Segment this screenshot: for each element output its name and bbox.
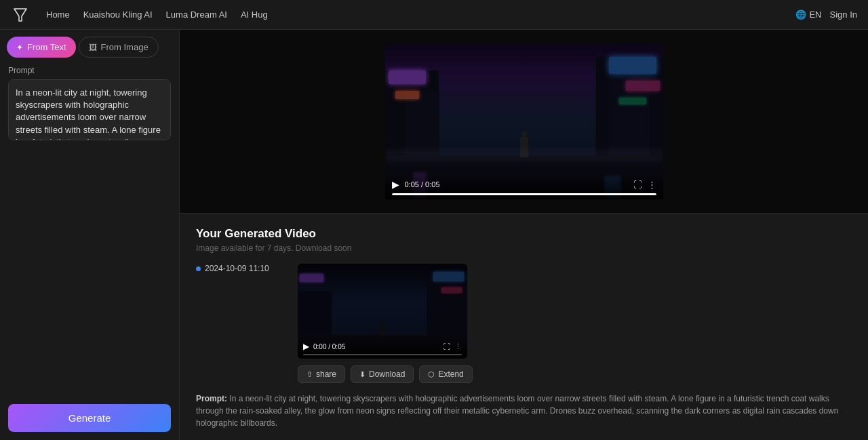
prompt-prefix: Prompt: — [196, 394, 227, 403]
video-preview-area: ▶ 0:05 / 0:05 ⛶ ⋮ — [180, 30, 868, 213]
share-label: share — [316, 369, 336, 379]
generated-video-container: ▶ 0:00 / 0:05 ⛶ ⋮ — [298, 264, 467, 359]
main-progress-fill — [392, 193, 656, 195]
prompt-display: Prompt: In a neon-lit city at night, tow… — [196, 393, 852, 429]
main-video-controls: ▶ 0:05 / 0:05 ⛶ ⋮ — [385, 174, 663, 199]
prompt-label: Prompt — [0, 58, 179, 79]
download-button[interactable]: ⬇ Download — [351, 365, 414, 383]
tab-row: ✦ From Text 🖼 From Image — [0, 30, 179, 58]
main-nav: Home Kuaishou Kling AI Luma Dream AI AI … — [46, 9, 268, 20]
globe-icon: 🌐 — [795, 9, 806, 20]
generate-button[interactable]: Generate — [8, 404, 171, 432]
gen-play-button[interactable]: ▶ — [303, 342, 309, 351]
nav-ai-hug[interactable]: AI Hug — [241, 9, 268, 20]
extend-icon: ⬡ — [428, 370, 435, 379]
image-icon: 🖼 — [89, 43, 97, 52]
lang-label: EN — [809, 9, 821, 20]
main-video-container: ▶ 0:05 / 0:05 ⛶ ⋮ — [385, 43, 663, 199]
generated-video-wrap: ▶ 0:00 / 0:05 ⛶ ⋮ — [298, 264, 474, 383]
share-button[interactable]: ⇧ share — [298, 365, 345, 383]
generation-meta: 2024-10-09 11:10 — [196, 264, 284, 273]
generated-section: Your Generated Video Image available for… — [180, 213, 868, 440]
left-panel: ✦ From Text 🖼 From Image Prompt In a neo… — [0, 30, 180, 440]
gen-fullscreen-icon[interactable]: ⛶ — [443, 342, 450, 351]
extend-label: Extend — [438, 369, 463, 379]
generated-content: 2024-10-09 11:10 — [196, 264, 852, 383]
main-progress-bar[interactable] — [392, 193, 656, 195]
share-icon: ⇧ — [307, 370, 313, 379]
gen-more-icon[interactable]: ⋮ — [454, 342, 462, 351]
download-icon: ⬇ — [359, 370, 366, 379]
fullscreen-icon[interactable]: ⛶ — [633, 180, 642, 190]
logo — [11, 5, 30, 24]
gen-video-controls: ▶ 0:00 / 0:05 ⛶ ⋮ — [298, 338, 467, 359]
nav-luma[interactable]: Luma Dream AI — [166, 9, 227, 20]
extend-button[interactable]: ⬡ Extend — [419, 365, 472, 383]
download-label: Download — [369, 369, 405, 379]
generated-title: Your Generated Video — [196, 227, 852, 241]
nav-kling[interactable]: Kuaishou Kling AI — [83, 9, 153, 20]
tab-from-image-label: From Image — [101, 42, 149, 52]
text-icon: ✦ — [16, 43, 23, 52]
generation-date: 2024-10-09 11:10 — [205, 264, 269, 273]
nav-home[interactable]: Home — [46, 9, 70, 20]
right-panel: ▶ 0:05 / 0:05 ⛶ ⋮ Your — [180, 30, 868, 440]
generated-subtitle: Image available for 7 days. Download soo… — [196, 243, 852, 253]
prompt-input[interactable]: In a neon-lit city at night, towering sk… — [8, 79, 171, 140]
status-dot — [196, 266, 201, 271]
gen-time-display: 0:00 / 0:05 — [313, 343, 439, 351]
tab-from-text-label: From Text — [27, 42, 66, 52]
tab-from-text[interactable]: ✦ From Text — [7, 37, 76, 58]
gen-progress-bar[interactable] — [303, 354, 462, 355]
language-button[interactable]: 🌐 EN — [795, 9, 821, 20]
action-row: ⇧ share ⬇ Download ⬡ Extend — [298, 365, 474, 383]
main-time-display: 0:05 / 0:05 — [405, 180, 628, 188]
more-options-icon[interactable]: ⋮ — [648, 180, 656, 190]
tab-from-image[interactable]: 🖼 From Image — [79, 37, 159, 58]
main-play-button[interactable]: ▶ — [392, 179, 399, 190]
prompt-text: In a neon-lit city at night, towering sk… — [196, 394, 838, 428]
sign-in-button[interactable]: Sign In — [830, 9, 857, 20]
